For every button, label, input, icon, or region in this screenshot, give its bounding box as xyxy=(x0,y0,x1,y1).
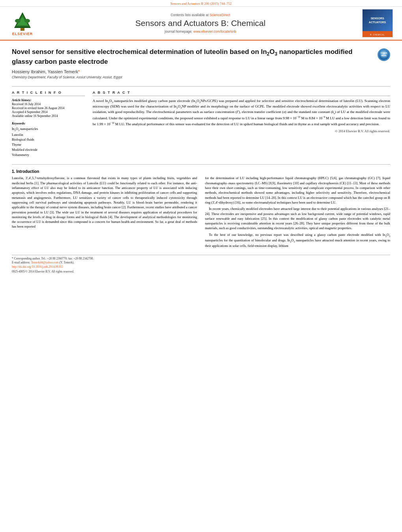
body-content: 1. Introduction Luteolin, 3′,4′,5,7-tetr… xyxy=(12,169,390,250)
keyword-5: Modified electrode xyxy=(12,147,85,152)
doi-link[interactable]: http://dx.doi.org/10.1016/j.snb.2014.09.… xyxy=(12,265,63,269)
received-revised-date: Received in revised form 26 August 2014 xyxy=(12,106,64,110)
right-column: A B S T R A C T A novel In2O3 nanopartic… xyxy=(93,91,390,160)
doi-line: http://dx.doi.org/10.1016/j.snb.2014.09.… xyxy=(12,265,390,269)
accepted-date: Accepted 4 September 2014 xyxy=(12,110,47,114)
elsevier-tree-icon xyxy=(11,11,34,31)
footnote-email: E-mail address: Temerk44@yahoo.com (Y. T… xyxy=(12,261,390,265)
contents-available: Contents lists available at ScienceDirec… xyxy=(40,13,361,17)
elsevier-logo: ELSEVIER xyxy=(5,11,40,36)
keyword-6: Voltammetry xyxy=(12,152,85,158)
article-history: Article history: Received 16 July 2014 R… xyxy=(12,98,85,118)
svg-text:Mark: Mark xyxy=(382,54,387,57)
history-label: Article history: xyxy=(12,98,32,102)
keywords-section: Keywords: In2O3 nanoparticles Luteolin B… xyxy=(12,122,85,157)
sensors-logo-box: SENSORS AcTuators B: Chemical xyxy=(361,9,394,37)
crossmark-badge: Cross Mark xyxy=(378,48,390,61)
journal-citation: Sensors and Actuators B 206 (2015) 744–7… xyxy=(171,2,232,6)
sensors-logo-bottom-label: B: Chemical xyxy=(370,33,385,36)
footnote-section: * Corresponding author. Tel.: +20 88 236… xyxy=(12,255,390,274)
body-right-column: for the determination of LU including hi… xyxy=(205,169,390,250)
article-title-text: Novel sensor for sensitive electrochemic… xyxy=(12,48,374,82)
sensors-logo-img: SENSORS AcTuators B: Chemical xyxy=(362,9,393,37)
crossmark-circle: Cross Mark xyxy=(378,48,390,61)
intro-right-para-2: In recent years, chemically modified ele… xyxy=(205,206,390,231)
elsevier-brand-label: ELSEVIER xyxy=(12,32,33,36)
copyright-line: © 2014 Elsevier B.V. All rights reserved… xyxy=(93,129,390,133)
article-title-section: Novel sensor for sensitive electrochemic… xyxy=(12,48,390,82)
introduction-body: Luteolin, 3′,4′,5,7-tetrahydroxyflavone,… xyxy=(12,176,197,229)
affiliation: Chemistry Department, Faculty of Science… xyxy=(12,75,374,79)
left-column: A R T I C L E I N F O Article history: R… xyxy=(12,91,85,160)
introduction-heading: 1. Introduction xyxy=(12,169,197,174)
article-title: Novel sensor for sensitive electrochemic… xyxy=(12,48,374,66)
footnote-star: * Corresponding author. Tel.: +20 88 236… xyxy=(12,257,390,261)
body-left-column: 1. Introduction Luteolin, 3′,4′,5,7-tetr… xyxy=(12,169,197,250)
journal-homepage: journal homepage: www.elsevier.com/locat… xyxy=(40,30,361,33)
sensors-logo-text: SENSORS AcTuators xyxy=(369,17,386,24)
keyword-3: Biological fluids xyxy=(12,137,85,142)
sciencedirect-link[interactable]: ScienceDirect xyxy=(210,13,230,17)
abstract-text: A novel In2O3 nanoparticles modified gla… xyxy=(93,98,390,127)
top-bar: Sensors and Actuators B 206 (2015) 744–7… xyxy=(0,0,402,6)
intro-right-body: for the determination of LU including hi… xyxy=(205,176,390,248)
authors: Hossieny Ibrahim, Yassien Temerk* xyxy=(12,69,374,74)
homepage-link[interactable]: www.elsevier.com/locate/snb xyxy=(194,30,236,33)
intro-right-para-3: To the best of our knowledge, no previou… xyxy=(205,232,390,248)
svg-text:Cross: Cross xyxy=(380,52,387,54)
svg-point-5 xyxy=(24,19,30,23)
issn-line: 0925-4005/© 2014 Elsevier B.V. All right… xyxy=(12,270,390,274)
article-info-abstract: A R T I C L E I N F O Article history: R… xyxy=(12,91,390,160)
keyword-list: In2O3 nanoparticles Luteolin Biological … xyxy=(12,126,85,157)
keywords-heading: Keywords: xyxy=(12,122,85,125)
article-info-heading: A R T I C L E I N F O xyxy=(12,91,85,96)
keyword-1: In2O3 nanoparticles xyxy=(12,126,85,132)
svg-rect-0 xyxy=(20,28,24,31)
keyword-4: Thyme xyxy=(12,142,85,147)
svg-point-4 xyxy=(15,19,20,23)
abstract-heading: A B S T R A C T xyxy=(93,91,390,96)
intro-right-para-1: for the determination of LU including hi… xyxy=(205,176,390,205)
keyword-2: Luteolin xyxy=(12,132,85,137)
intro-para-1: Luteolin, 3′,4′,5,7-tetrahydroxyflavone,… xyxy=(12,176,197,229)
email-name: (Y. Temerk). xyxy=(60,261,74,264)
journal-title-block: Contents lists available at ScienceDirec… xyxy=(40,13,361,33)
journal-header: ELSEVIER Contents lists available at Sci… xyxy=(0,6,402,41)
available-date: Available online 16 September 2014 xyxy=(12,114,58,118)
received-date: Received 16 July 2014 xyxy=(12,102,41,106)
journal-title-main: Sensors and Actuators B: Chemical xyxy=(40,19,361,28)
email-link[interactable]: Temerk44@yahoo.com xyxy=(31,261,59,264)
